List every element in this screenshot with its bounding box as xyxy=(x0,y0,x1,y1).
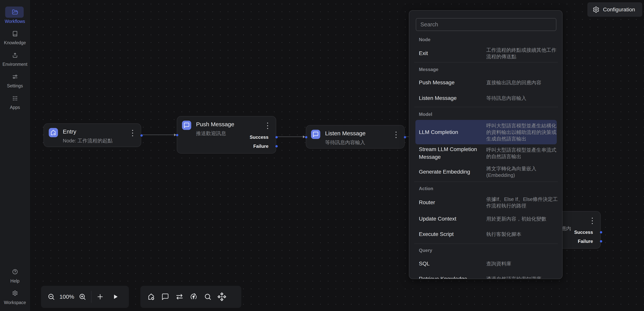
node-subtitle: 等待訊息內容輸入 xyxy=(325,139,365,146)
output-port-success[interactable] xyxy=(276,136,278,138)
configuration-label: Configuration xyxy=(603,6,635,13)
edge-arrowhead xyxy=(303,135,305,138)
sidebar-item-label: Apps xyxy=(0,105,30,110)
folder-icon xyxy=(12,9,18,15)
gear-icon xyxy=(592,6,600,13)
node-listen-message[interactable]: Listen Message 等待訊息內容輸入 xyxy=(306,125,404,149)
palette-item-description: 將文字轉化為向量嵌入(Embedding) xyxy=(486,165,560,178)
palette-item-name: LLM Completion xyxy=(419,128,484,136)
help-circle-icon xyxy=(12,269,18,275)
sidebar-item-label: Help xyxy=(0,279,30,284)
search-input[interactable] xyxy=(416,18,556,31)
move-pan-icon[interactable] xyxy=(217,292,227,302)
chat-bubble-icon xyxy=(182,121,191,130)
palette-item-name: Listen Message xyxy=(419,94,484,102)
input-port[interactable] xyxy=(305,136,307,138)
palette-section-title: Model xyxy=(419,112,432,117)
palette-item-description: 工作流程的終點或接續其他工作流程的傳送點 xyxy=(486,46,560,60)
port-label-success: Success xyxy=(250,135,268,140)
node-title: Push Message xyxy=(196,121,234,128)
palette-item-description: 執行客製化腳本 xyxy=(486,231,560,237)
sidebar-item-label: Knowledge xyxy=(0,40,30,45)
palette-divider xyxy=(414,244,558,244)
swap-arrows-icon[interactable] xyxy=(176,293,184,301)
output-port[interactable] xyxy=(404,136,406,138)
live-debug-icon[interactable] xyxy=(190,293,198,301)
port-label-failure: Failure xyxy=(253,144,268,149)
node-title: Listen Message xyxy=(325,130,366,137)
edge-success-to-listen xyxy=(277,136,303,137)
output-port-success[interactable] xyxy=(600,231,602,234)
run-workflow-icon[interactable] xyxy=(112,294,119,300)
node-menu-kebab-icon[interactable] xyxy=(132,130,133,136)
palette-item-name: Update Context xyxy=(419,215,484,223)
port-label-success: Success xyxy=(574,230,593,235)
input-port[interactable] xyxy=(176,134,178,136)
add-node-icon[interactable] xyxy=(96,293,104,301)
palette-section-title: Query xyxy=(419,248,432,253)
message-node-tool-icon[interactable] xyxy=(162,293,169,301)
palette-item-description: 等待訊息內容輸入 xyxy=(486,95,560,101)
zoom-toolbar: 100% xyxy=(41,286,129,308)
node-title: Entry xyxy=(63,128,76,135)
palette-item-name: Generate Embedding xyxy=(419,168,484,176)
palette-item-name: Stream LLM Completion Message xyxy=(419,145,484,161)
palette-item-update-context[interactable]: Update Context 用於更新內容，初始化變數 xyxy=(409,219,562,219)
palette-item-description: 依據If、Else If、Else條件決定工作流程執行的路徑 xyxy=(486,196,560,209)
palette-item-name: Retrieve Knowledge xyxy=(419,275,484,279)
search-canvas-icon[interactable] xyxy=(204,293,212,301)
sidebar-item-label: Settings xyxy=(0,83,30,88)
workflow-editor: Entry Node: 工作流程的起點 Push Message 推送歡迎訊息 … xyxy=(0,0,644,311)
output-port-failure[interactable] xyxy=(276,145,278,147)
palette-item-name: SQL xyxy=(419,260,484,267)
zoom-out-icon[interactable] xyxy=(48,293,55,301)
palette-item-generate-embedding[interactable]: Generate Embedding 將文字轉化為向量嵌入(Embedding) xyxy=(409,172,562,172)
toolbar-divider xyxy=(91,291,92,303)
node-menu-kebab-icon[interactable] xyxy=(592,218,593,224)
palette-item-description: 透過自然語言檢索知識庫 xyxy=(486,275,560,279)
node-menu-kebab-icon[interactable] xyxy=(395,132,396,138)
palette-divider xyxy=(414,62,558,62)
zoom-level: 100% xyxy=(60,294,74,300)
output-port[interactable] xyxy=(140,134,143,137)
sidebar-item-label: Environment xyxy=(0,62,30,67)
sidebar-item-label: Workflows xyxy=(0,19,30,24)
upload-icon xyxy=(12,52,18,58)
palette-divider xyxy=(414,107,558,107)
zoom-in-icon[interactable] xyxy=(78,293,86,301)
output-port-failure[interactable] xyxy=(600,240,602,243)
configuration-button[interactable]: Configuration xyxy=(588,2,642,17)
grid-dots-icon xyxy=(12,95,18,101)
palette-item-name: Exit xyxy=(419,49,484,57)
node-subtitle: Node: 工作流程的起點 xyxy=(63,137,113,144)
sidebar: Workflows Knowledge Environment xyxy=(0,0,30,311)
edge-listen-out-stub xyxy=(406,136,409,137)
palette-item-description: 呼叫大型語言模型並產生結構化的資料輸出以輔助流程的決策或生成自然語言輸出 xyxy=(486,122,560,142)
entry-node-tool-icon[interactable] xyxy=(147,293,155,301)
palette-item-name: Push Message xyxy=(419,78,484,86)
gear-icon xyxy=(12,290,18,296)
node-palette-panel: Node Exit 工作流程的終點或接續其他工作流程的傳送點 Message P… xyxy=(409,10,562,279)
palette-item-listen-message[interactable]: Listen Message 等待訊息內容輸入 xyxy=(409,98,562,98)
node-subtitle-fragment: 應內 xyxy=(561,225,571,232)
sidebar-item-label: Workspace xyxy=(0,300,30,305)
node-entry[interactable]: Entry Node: 工作流程的起點 xyxy=(44,123,141,147)
node-tools-toolbar xyxy=(140,286,241,308)
node-push-message[interactable]: Push Message 推送歡迎訊息 Success Failure xyxy=(177,116,276,154)
palette-item-push-message[interactable]: Push Message 直接輸出訊息的回應內容 xyxy=(409,82,562,83)
node-menu-kebab-icon[interactable] xyxy=(267,123,268,129)
palette-section-title: Message xyxy=(419,67,438,72)
book-icon xyxy=(12,31,18,36)
palette-section-title: Node xyxy=(419,37,430,42)
port-label-failure: Failure xyxy=(578,239,593,244)
palette-item-description: 用於更新內容，初始化變數 xyxy=(486,215,560,222)
palette-item-description: 直接輸出訊息的回應內容 xyxy=(486,79,560,86)
palette-item-execute-script[interactable]: Execute Script 執行客製化腳本 xyxy=(409,234,562,234)
palette-item-name: Router xyxy=(419,198,484,206)
palette-section-title: Action xyxy=(419,186,433,191)
palette-item-description: 查詢資料庫 xyxy=(486,260,560,267)
palette-item-stream-llm-completion-message[interactable]: Stream LLM Completion Message 呼叫大型語言模型並產… xyxy=(409,153,562,153)
palette-item-description: 呼叫大型語言模型並產生串流式的自然語言輸出 xyxy=(486,146,560,160)
palette-item-name: Execute Script xyxy=(419,230,484,238)
edge-entry-to-push xyxy=(142,135,174,135)
